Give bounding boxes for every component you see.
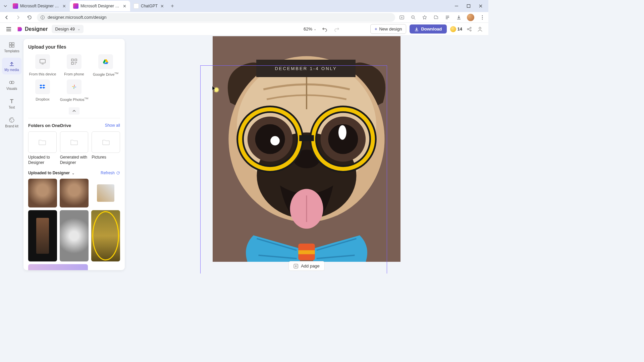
rail-templates[interactable]: Templates bbox=[2, 39, 21, 56]
qr-icon bbox=[70, 58, 78, 65]
refresh-icon bbox=[116, 171, 120, 175]
zoom-icon[interactable] bbox=[410, 14, 417, 21]
section-dropdown-label: Uploaded to Designer bbox=[28, 171, 70, 175]
media-thumbnail[interactable] bbox=[60, 179, 89, 207]
browser-tab[interactable]: ChatGPT ✕ bbox=[130, 1, 168, 11]
refresh-button[interactable]: Refresh bbox=[101, 171, 120, 175]
svg-rect-50 bbox=[299, 135, 314, 141]
zoom-dropdown[interactable]: 62% ⌄ bbox=[304, 26, 316, 32]
downloads-icon[interactable] bbox=[455, 14, 462, 21]
upload-label: Dropbox bbox=[36, 97, 50, 102]
media-thumbnail-selected[interactable] bbox=[91, 210, 120, 261]
brand-kit-icon bbox=[8, 117, 15, 123]
url-text: designer.microsoft.com/design bbox=[48, 15, 107, 20]
browser-tab[interactable]: Microsoft Designer - Stunning ✕ bbox=[70, 1, 130, 11]
credits-counter[interactable]: 14 bbox=[450, 26, 462, 32]
menu-button[interactable] bbox=[5, 25, 13, 33]
reload-button[interactable] bbox=[25, 13, 34, 21]
upload-from-device[interactable]: From this device bbox=[28, 54, 57, 77]
close-icon[interactable]: ✕ bbox=[62, 4, 66, 8]
account-button[interactable] bbox=[476, 25, 484, 33]
new-design-button[interactable]: + New design bbox=[370, 24, 407, 34]
svg-point-14 bbox=[482, 18, 483, 19]
redo-button[interactable] bbox=[333, 25, 340, 33]
bookmark-icon[interactable] bbox=[421, 14, 428, 21]
upload-dropbox[interactable]: Dropbox bbox=[28, 79, 57, 102]
app-logo[interactable]: Designer bbox=[17, 26, 48, 32]
rail-text[interactable]: Text bbox=[2, 95, 21, 112]
svg-point-52 bbox=[255, 124, 285, 154]
banner-text[interactable]: DECEMBER 1-4 ONLY bbox=[256, 60, 356, 77]
share-button[interactable] bbox=[466, 25, 473, 33]
section-dropdown[interactable]: Uploaded to Designer ⌄ bbox=[28, 171, 74, 175]
folder-pictures[interactable]: Pictures bbox=[92, 131, 120, 165]
media-thumbnail[interactable] bbox=[28, 179, 57, 207]
svg-line-7 bbox=[414, 18, 416, 19]
rail-brand-kit[interactable]: Brand kit bbox=[2, 114, 21, 131]
upload-from-phone[interactable]: From phone bbox=[60, 54, 89, 77]
chatgpt-favicon bbox=[133, 3, 139, 9]
svg-line-21 bbox=[469, 28, 470, 29]
minimize-icon[interactable] bbox=[453, 3, 460, 9]
tool-rail: Templates My media Visuals Text Brand ki… bbox=[0, 36, 23, 274]
chevron-down-icon: ⌄ bbox=[77, 27, 80, 31]
my-media-panel: Upload your files From this device From … bbox=[23, 39, 125, 270]
new-design-label: New design bbox=[379, 26, 402, 32]
plus-icon: + bbox=[375, 26, 377, 32]
install-app-icon[interactable] bbox=[398, 14, 405, 21]
svg-point-3 bbox=[42, 16, 43, 17]
tab-search-dropdown[interactable] bbox=[1, 2, 9, 10]
folder-uploaded-to-designer[interactable]: Uploaded to Designer bbox=[28, 131, 57, 165]
folder-label: Pictures bbox=[92, 155, 120, 160]
undo-button[interactable] bbox=[321, 25, 328, 33]
media-thumbnail[interactable] bbox=[91, 179, 120, 207]
media-thumbnail[interactable] bbox=[28, 210, 57, 261]
google-photos-icon bbox=[70, 83, 78, 90]
upload-label: From phone bbox=[64, 72, 84, 76]
google-drive-icon bbox=[102, 58, 109, 65]
upload-google-photos[interactable]: Google PhotosTM bbox=[60, 79, 89, 102]
browser-tab[interactable]: Microsoft Designer - Stunning ✕ bbox=[9, 1, 70, 11]
upload-label: Google DriveTM bbox=[93, 72, 118, 77]
close-window-icon[interactable] bbox=[478, 3, 484, 9]
svg-rect-40 bbox=[75, 64, 75, 64]
media-thumbnail[interactable] bbox=[28, 264, 88, 270]
collapse-upload-button[interactable] bbox=[69, 107, 79, 115]
svg-rect-38 bbox=[75, 62, 75, 63]
svg-point-32 bbox=[11, 121, 12, 121]
download-icon bbox=[414, 27, 419, 32]
folder-icon bbox=[38, 138, 47, 146]
forward-button[interactable] bbox=[14, 13, 22, 21]
profile-avatar[interactable] bbox=[467, 14, 474, 21]
upload-google-drive[interactable]: Google DriveTM bbox=[91, 54, 120, 77]
extensions-icon[interactable] bbox=[433, 14, 439, 21]
close-icon[interactable]: ✕ bbox=[160, 4, 164, 8]
url-input[interactable]: designer.microsoft.com/design bbox=[37, 13, 395, 22]
svg-rect-35 bbox=[71, 59, 73, 61]
canvas-area[interactable]: DECEMBER 1-4 ONLY Add page bbox=[125, 36, 488, 274]
svg-rect-24 bbox=[9, 43, 11, 45]
design-name-dropdown[interactable]: Design 49 ⌄ bbox=[52, 25, 84, 33]
media-thumbnail[interactable] bbox=[60, 210, 89, 261]
back-button[interactable] bbox=[3, 13, 11, 21]
maximize-icon[interactable] bbox=[466, 3, 472, 9]
visuals-icon bbox=[8, 79, 15, 86]
rail-visuals[interactable]: Visuals bbox=[2, 76, 21, 93]
upload-label: Google PhotosTM bbox=[60, 97, 88, 102]
credits-value: 14 bbox=[458, 26, 462, 32]
close-icon[interactable]: ✕ bbox=[122, 4, 127, 8]
add-page-label: Add page bbox=[301, 263, 320, 268]
menu-icon[interactable] bbox=[479, 14, 486, 21]
cursor-icon bbox=[212, 86, 216, 91]
svg-rect-27 bbox=[12, 45, 14, 47]
new-tab-button[interactable]: + bbox=[168, 1, 177, 11]
add-page-button[interactable]: Add page bbox=[288, 261, 325, 271]
download-button[interactable]: Download bbox=[410, 24, 446, 34]
zoom-value: 62% bbox=[304, 26, 312, 32]
reading-list-icon[interactable] bbox=[444, 14, 451, 21]
folder-generated-with-designer[interactable]: Generated with Designer bbox=[60, 131, 89, 165]
upload-icon bbox=[8, 60, 15, 67]
show-all-link[interactable]: Show all bbox=[105, 123, 120, 128]
artboard[interactable]: DECEMBER 1-4 ONLY bbox=[213, 36, 400, 262]
rail-my-media[interactable]: My media bbox=[2, 58, 21, 74]
